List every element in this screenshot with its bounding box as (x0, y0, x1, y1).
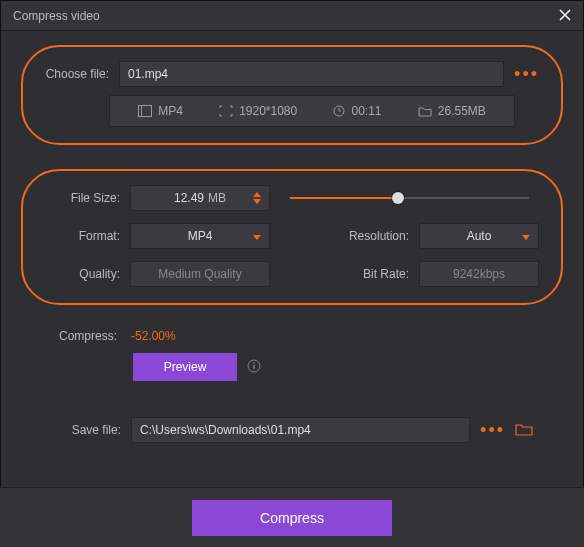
save-browse-button[interactable]: ••• (480, 425, 505, 435)
quality-value: Medium Quality (158, 267, 241, 281)
format-icon (138, 105, 152, 117)
window-title: Compress video (13, 9, 100, 23)
format-label: Format: (45, 229, 120, 243)
filesize-stepper[interactable]: 12.49 MB (130, 185, 270, 211)
choose-file-label: Choose file: (45, 67, 109, 81)
resolution-label: Resolution: (339, 229, 409, 243)
format-dropdown[interactable]: MP4 (130, 223, 270, 249)
file-resolution: 1920*1080 (239, 104, 297, 118)
slider-thumb[interactable] (392, 192, 404, 204)
preview-button[interactable]: Preview (133, 353, 237, 381)
save-file-label: Save file: (67, 423, 121, 437)
chosen-filename: 01.mp4 (128, 67, 168, 81)
quality-label: Quality: (45, 267, 120, 281)
svg-rect-1 (139, 106, 142, 117)
settings-section: File Size: 12.49 MB Format: MP4 (21, 169, 563, 305)
file-duration: 00:11 (351, 104, 381, 118)
stepper-arrows[interactable] (253, 186, 265, 210)
browse-button[interactable]: ••• (514, 69, 539, 79)
quality-field: Medium Quality (130, 261, 270, 287)
svg-point-4 (253, 362, 255, 364)
filesize-unit: MB (208, 191, 226, 205)
resolution-value: Auto (467, 229, 492, 243)
choose-file-section: Choose file: 01.mp4 ••• MP4 1920*1080 (21, 45, 563, 145)
filesize-value: 12.49 (174, 191, 204, 205)
clock-icon (333, 105, 345, 117)
footer: Compress (0, 487, 584, 547)
resolution-dropdown[interactable]: Auto (419, 223, 539, 249)
save-file-input[interactable]: C:\Users\ws\Downloads\01.mp4 (131, 417, 470, 443)
titlebar: Compress video (1, 1, 583, 31)
bitrate-field: 9242kbps (419, 261, 539, 287)
svg-rect-0 (139, 106, 152, 117)
compress-button[interactable]: Compress (192, 500, 392, 536)
format-value: MP4 (188, 229, 213, 243)
file-info-strip: MP4 1920*1080 00:11 26.55MB (109, 95, 515, 127)
close-icon[interactable] (557, 8, 573, 24)
svg-rect-5 (253, 365, 254, 369)
compress-label: Compress: (59, 329, 117, 343)
filesize-label: File Size: (45, 191, 120, 205)
size-slider[interactable] (290, 191, 529, 205)
chevron-down-icon (522, 229, 530, 243)
folder-size-icon (418, 106, 432, 117)
compress-value: -52.00% (131, 329, 176, 343)
info-icon[interactable] (247, 359, 261, 376)
open-folder-icon[interactable] (515, 422, 533, 439)
bitrate-value: 9242kbps (453, 267, 505, 281)
bitrate-label: Bit Rate: (339, 267, 409, 281)
save-file-path: C:\Users\ws\Downloads\01.mp4 (140, 423, 311, 437)
file-format: MP4 (158, 104, 183, 118)
slider-fill (290, 197, 398, 199)
choose-file-input[interactable]: 01.mp4 (119, 61, 504, 87)
file-size: 26.55MB (438, 104, 486, 118)
chevron-down-icon (253, 229, 261, 243)
resolution-icon (219, 105, 233, 117)
